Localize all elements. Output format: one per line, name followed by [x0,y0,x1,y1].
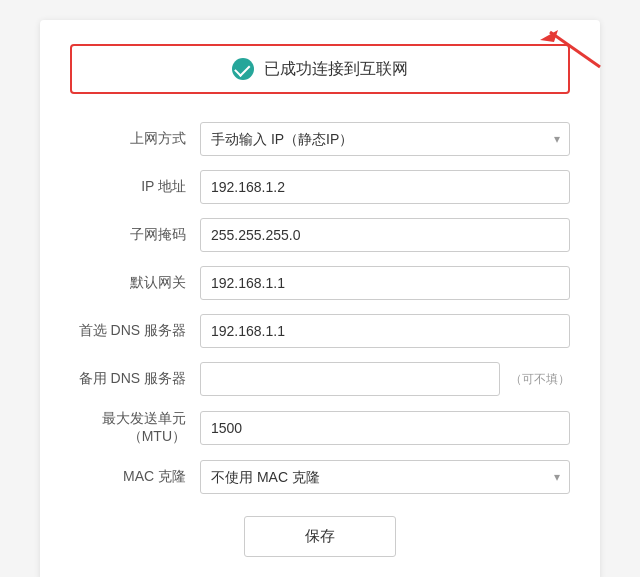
mac-clone-select-wrapper: 不使用 MAC 克隆 ▾ [200,460,570,494]
internet-type-select[interactable]: 手动输入 IP（静态IP） [200,122,570,156]
dns-backup-row: 备用 DNS 服务器 （可不填） [70,362,570,396]
success-text: 已成功连接到互联网 [264,59,408,80]
dns-backup-label: 备用 DNS 服务器 [70,370,200,388]
mac-clone-select[interactable]: 不使用 MAC 克隆 [200,460,570,494]
dns-primary-input[interactable] [200,314,570,348]
internet-type-row: 上网方式 手动输入 IP（静态IP） ▾ [70,122,570,156]
settings-card: 已成功连接到互联网 上网方式 手动输入 IP（静态IP） ▾ IP 地址 子网掩… [40,20,600,577]
subnet-mask-input[interactable] [200,218,570,252]
mac-clone-label: MAC 克隆 [70,468,200,486]
gateway-input[interactable] [200,266,570,300]
gateway-row: 默认网关 [70,266,570,300]
subnet-mask-label: 子网掩码 [70,226,200,244]
dns-backup-input[interactable] [200,362,500,396]
ip-address-label: IP 地址 [70,178,200,196]
dns-backup-hint: （可不填） [510,371,570,388]
mtu-input[interactable] [200,411,570,445]
mac-clone-row: MAC 克隆 不使用 MAC 克隆 ▾ [70,460,570,494]
dns-primary-row: 首选 DNS 服务器 [70,314,570,348]
gateway-label: 默认网关 [70,274,200,292]
mtu-row: 最大发送单元（MTU） [70,410,570,446]
success-banner: 已成功连接到互联网 [70,44,570,94]
subnet-mask-row: 子网掩码 [70,218,570,252]
internet-type-select-wrapper: 手动输入 IP（静态IP） ▾ [200,122,570,156]
mtu-label: 最大发送单元（MTU） [70,410,200,446]
ip-address-row: IP 地址 [70,170,570,204]
ip-address-input[interactable] [200,170,570,204]
save-row: 保存 [70,516,570,557]
success-icon [232,58,254,80]
save-button[interactable]: 保存 [244,516,396,557]
svg-marker-1 [540,30,558,42]
internet-type-label: 上网方式 [70,130,200,148]
page-wrapper: 已成功连接到互联网 上网方式 手动输入 IP（静态IP） ▾ IP 地址 子网掩… [0,0,640,577]
dns-primary-label: 首选 DNS 服务器 [70,322,200,340]
